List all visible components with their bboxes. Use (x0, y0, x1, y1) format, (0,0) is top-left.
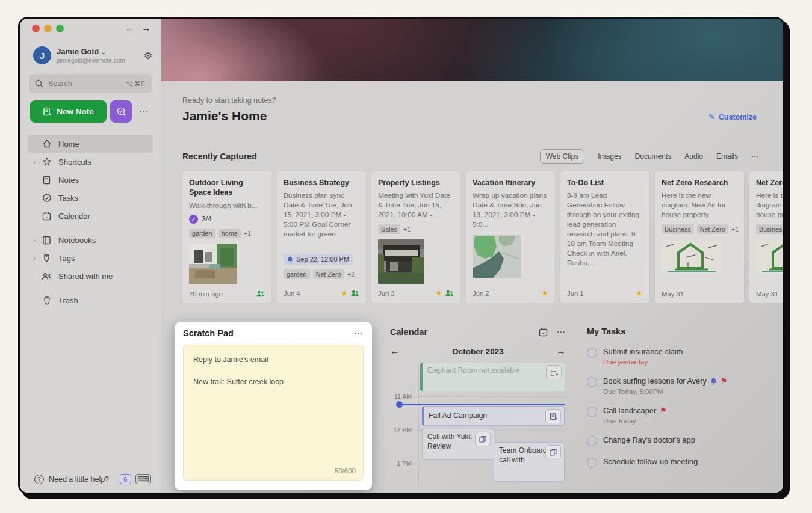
task-row[interactable]: Call landscaper ⚑ Due Today (587, 406, 785, 425)
help-count-badge[interactable]: 6 (120, 474, 131, 484)
flag-icon: ⚑ (660, 406, 667, 415)
task-title: Schedule follow-up meeting (603, 457, 698, 466)
tag[interactable]: Sales (378, 224, 400, 234)
event-calendar-add-icon[interactable] (546, 365, 562, 379)
close-window-button[interactable] (32, 25, 40, 32)
help-label[interactable]: Need a little help? (49, 475, 120, 484)
scratch-pad-textarea[interactable]: Reply to Jamie's email New trail: Sutter… (183, 345, 364, 481)
note-thumbnail-map (473, 235, 548, 278)
tag[interactable]: garden (189, 229, 215, 238)
zoom-window-button[interactable] (56, 25, 64, 32)
calendar-event-call-with-yuki[interactable]: Call with Yuki: Review (422, 429, 494, 460)
tag[interactable]: Business (756, 224, 784, 234)
tag[interactable]: Net Zero (313, 269, 344, 279)
page-title: Jamie's Home (182, 109, 759, 123)
history-forward-icon[interactable]: → (141, 23, 151, 34)
note-card[interactable]: Property Listings Meeting with Yuki Date… (371, 171, 460, 303)
search-input[interactable]: Search ⌥⌘F (29, 74, 152, 93)
tag-more-count: +2 (347, 271, 355, 278)
help-icon[interactable]: ? (34, 475, 44, 484)
calendar-event-team-onboarding[interactable]: Team Onboarding call with (494, 442, 565, 482)
task-title: Book surfing lessons for Avery (603, 376, 707, 386)
history-back-icon[interactable]: ← (125, 23, 134, 34)
note-thumbnail-house (378, 239, 454, 284)
sidebar-item-notes[interactable]: Notes (28, 171, 153, 189)
tag[interactable]: home (218, 229, 241, 238)
keyboard-shortcuts-icon[interactable]: ⌨ (135, 474, 151, 484)
gear-icon[interactable]: ⚙ (144, 50, 152, 61)
task-row[interactable]: Schedule follow-up meeting (587, 457, 785, 468)
note-add-icon (43, 107, 52, 116)
note-card[interactable]: Net Zero Research Here is the new diagra… (655, 171, 744, 303)
next-month-button[interactable]: → (548, 346, 566, 357)
event-copy-icon[interactable] (545, 445, 561, 459)
sidebar-item-label: Trash (58, 296, 78, 305)
task-checkbox[interactable] (587, 436, 597, 446)
task-progress-icon: ✓ (189, 215, 198, 224)
task-checkbox[interactable] (587, 458, 597, 468)
main-area: Ready to start taking notes? Jamie's Hom… (161, 19, 783, 493)
customize-button[interactable]: ✎ Customize (708, 112, 757, 121)
account-switcher[interactable]: J Jamie Gold⌄ jamiegold@evernote.com ⚙ (20, 40, 161, 64)
tag-more-count: +1 (403, 226, 411, 233)
filter-emails[interactable]: Emails (716, 152, 738, 161)
filter-images[interactable]: Images (598, 152, 621, 161)
note-card[interactable]: Business Strategy Business plan sync Dat… (277, 171, 366, 303)
note-card[interactable]: Vacation Itinerary Wrap up vacation plan… (466, 171, 555, 303)
tag[interactable]: garden (284, 269, 310, 279)
filter-audio[interactable]: Audio (684, 152, 703, 161)
previous-month-button[interactable]: ← (390, 346, 408, 357)
note-thumbnail-patio (189, 244, 265, 284)
task-row[interactable]: Book surfing lessons for Avery ⚑ Due Tod… (587, 376, 785, 395)
sidebar-item-tags[interactable]: › Tags (28, 249, 153, 267)
minimize-window-button[interactable] (44, 25, 52, 32)
time-label: 11 AM (390, 393, 412, 400)
filter-more-button[interactable]: ⋯ (751, 152, 759, 161)
tag[interactable]: Net Zero (697, 224, 728, 234)
sidebar-item-tasks[interactable]: Tasks (28, 189, 153, 207)
sidebar-item-calendar[interactable]: Calendar (28, 207, 153, 225)
expand-icon[interactable]: › (33, 158, 42, 165)
calendar-event-fall-ad-campaign[interactable]: Fall Ad Campaign (422, 406, 565, 426)
tag[interactable]: Business (662, 224, 694, 234)
chevron-down-icon: ⌄ (101, 48, 106, 55)
filter-documents[interactable]: Documents (635, 152, 672, 161)
note-card[interactable]: To-Do List 8-9 am Lead Generation Follow… (560, 171, 649, 303)
new-task-button[interactable] (110, 100, 132, 123)
recently-captured-cards: Outdoor Living Space Ideas Walk-through … (182, 171, 784, 303)
sidebar-item-shared-with-me[interactable]: Shared with me (28, 267, 153, 285)
more-actions-button[interactable]: ⋯ (139, 106, 149, 117)
sidebar-item-home[interactable]: Home (28, 135, 153, 153)
new-note-button[interactable]: New Note (30, 100, 107, 123)
event-copy-icon[interactable] (475, 432, 491, 446)
note-card-snippet: 8-9 am Lead Generation Follow through on… (567, 191, 643, 269)
calendar-event-elephant-room[interactable]: Elephant Room not available (420, 363, 565, 391)
task-row[interactable]: Change Ray's doctor's app (587, 435, 785, 446)
scratch-pad-more-button[interactable]: ⋯ (354, 328, 364, 339)
calendar-icon[interactable] (539, 328, 548, 337)
task-due-date: Due Today (603, 417, 667, 425)
scratch-pad-line: New trail: Sutter creek loop (193, 378, 353, 386)
app-window: ← → J Jamie Gold⌄ jamiegold@evernote.com… (18, 17, 785, 494)
sidebar-item-shortcuts[interactable]: › Shortcuts (28, 153, 153, 171)
task-checkbox[interactable] (587, 377, 597, 387)
sidebar-item-trash[interactable]: Trash (28, 291, 153, 309)
time-label: 12 PM (390, 426, 412, 434)
event-note-add-icon[interactable] (545, 409, 561, 423)
notebook-icon (42, 235, 52, 245)
task-checkbox[interactable] (587, 348, 597, 358)
sidebar-item-notebooks[interactable]: › Notebooks (28, 231, 153, 249)
expand-icon[interactable]: › (33, 236, 42, 244)
star-icon: ★ (341, 289, 348, 298)
filter-web-clips[interactable]: Web Clips (540, 149, 584, 164)
task-checkbox[interactable] (587, 407, 597, 417)
task-progress: 3/4 (202, 215, 212, 223)
note-card-snippet: Business plan sync Date & Time:Tue, Jun … (284, 191, 359, 248)
task-row[interactable]: Submit insurance claim Due yesterday (587, 347, 785, 366)
note-card[interactable]: Net Zero Research Here is the new diagra… (749, 171, 784, 303)
expand-icon[interactable]: › (33, 254, 42, 262)
reminder-date: Sep 22, 12:00 PM (296, 256, 349, 263)
bell-icon (710, 378, 717, 385)
calendar-more-button[interactable]: ⋯ (556, 327, 566, 337)
note-card[interactable]: Outdoor Living Space Ideas Walk-through … (182, 171, 271, 303)
